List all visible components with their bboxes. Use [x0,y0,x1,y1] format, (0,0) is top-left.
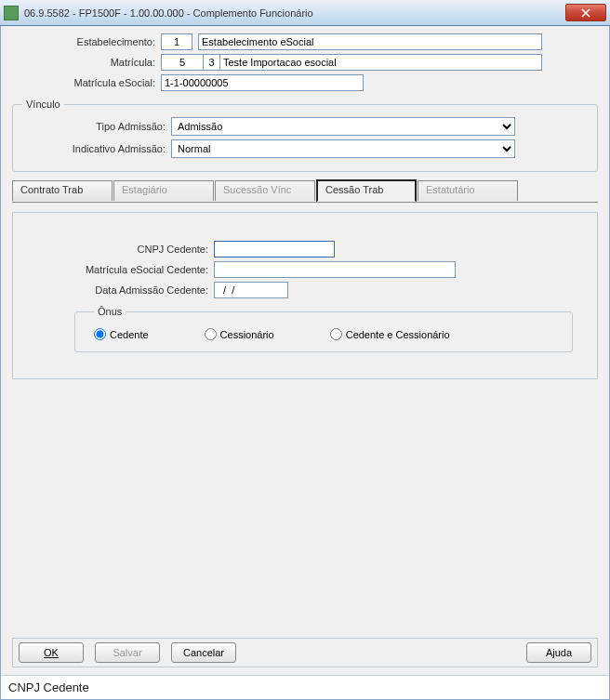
ajuda-button[interactable]: Ajuda [526,642,591,663]
window-titlebar: 06.9.5582 - FP1500F - 1.00.00.000 - Comp… [0,0,610,26]
radio-cessionario-input[interactable] [205,328,217,340]
tab-cessao-trab[interactable]: Cessão Trab [316,179,417,202]
radio-cedente-label: Cedente [110,329,149,340]
data-admissao-cedente-input[interactable] [214,282,288,298]
cancelar-button[interactable]: Cancelar [171,642,236,663]
tab-estatutario[interactable]: Estatutário [418,180,518,201]
tab-sucessao-vinc[interactable]: Sucessão Vínc [215,180,315,201]
window-body: Estabelecimento: Matrícula: Matrícula eS… [0,26,610,700]
indicativo-admissao-label: Indicativo Admissão: [22,143,171,154]
matricula-esocial-label: Matrícula eSocial: [12,77,161,88]
vinculo-fieldset: Vínculo Tipo Admissão: Admissão Indicati… [12,99,598,172]
onus-fieldset: Ônus Cedente Cessionário Cedente e Cessi… [74,306,573,352]
tipo-admissao-select[interactable]: Admissão [171,117,515,136]
matricula-esocial-value[interactable] [161,74,364,91]
radio-cedente[interactable]: Cedente [94,328,149,340]
indicativo-admissao-select[interactable]: Normal [171,139,515,158]
matricula-sub[interactable] [204,54,220,71]
ok-button[interactable]: OK [19,642,84,663]
radio-cessionario[interactable]: Cessionário [205,328,274,340]
radio-cedente-cessionario-label: Cedente e Cessionário [346,329,450,340]
radio-cessionario-label: Cessionário [220,329,274,340]
matricula-name[interactable] [220,54,542,71]
cnpj-cedente-input[interactable] [214,241,335,258]
vinculo-legend: Vínculo [22,99,64,110]
radio-cedente-cessionario[interactable]: Cedente e Cessionário [330,328,450,340]
data-admissao-cedente-label: Data Admissão Cedente: [28,284,214,296]
matricula-cedente-input[interactable] [214,261,456,278]
cnpj-cedente-label: CNPJ Cedente: [28,244,214,255]
radio-cedente-input[interactable] [94,328,106,340]
matricula-label: Matrícula: [12,57,161,68]
matricula-code[interactable] [161,54,204,71]
app-icon [4,6,19,20]
close-button[interactable] [565,4,606,21]
window-title: 06.9.5582 - FP1500F - 1.00.00.000 - Comp… [24,7,565,19]
estabelecimento-label: Estabelecimento: [12,36,161,47]
tab-content-cessao: CNPJ Cedente: Matrícula eSocial Cedente:… [12,212,598,379]
estabelecimento-name[interactable] [198,33,542,50]
salvar-button[interactable]: Salvar [95,642,160,663]
matricula-cedente-label: Matrícula eSocial Cedente: [28,264,214,275]
tab-strip: Contrato Trab Estagiário Sucessão Vínc C… [12,179,598,203]
estabelecimento-code[interactable] [161,33,192,50]
tipo-admissao-label: Tipo Admissão: [22,121,171,132]
onus-legend: Ônus [94,306,126,317]
close-icon [581,8,590,18]
status-bar: CNPJ Cedente [1,675,609,699]
button-bar: OK Salvar Cancelar Ajuda [12,638,598,667]
tab-estagiario[interactable]: Estagiário [113,180,214,201]
tab-contrato-trab[interactable]: Contrato Trab [12,180,113,201]
radio-cedente-cessionario-input[interactable] [330,328,342,340]
